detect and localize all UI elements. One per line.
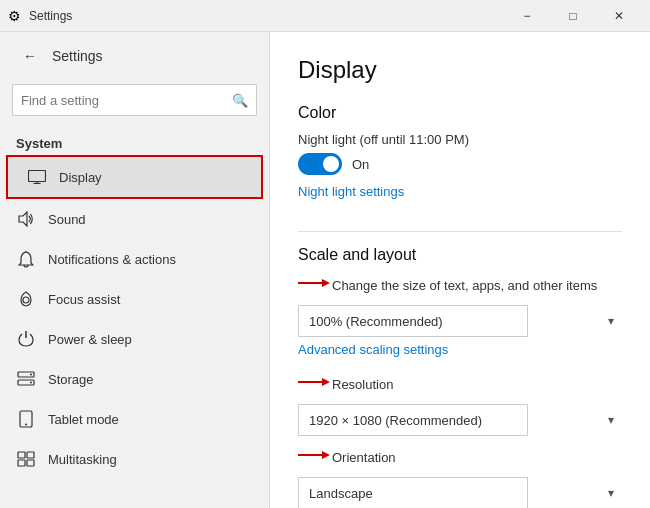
change-size-label: Change the size of text, apps, and other…	[332, 278, 597, 293]
display-item-wrapper: Display	[6, 155, 263, 199]
scale-section-heading: Scale and layout	[298, 246, 622, 264]
arrow2-col	[298, 374, 330, 393]
svg-marker-16	[322, 279, 330, 287]
night-light-settings-link[interactable]: Night light settings	[298, 184, 404, 199]
back-button[interactable]: ←	[16, 42, 44, 70]
sidebar-item-tablet[interactable]: Tablet mode	[0, 399, 269, 439]
power-icon	[16, 329, 36, 349]
search-input[interactable]	[21, 93, 226, 108]
night-light-toggle[interactable]	[298, 153, 342, 175]
svg-rect-11	[18, 452, 25, 458]
storage-icon	[16, 369, 36, 389]
sidebar-item-focus-label: Focus assist	[48, 292, 120, 307]
sidebar-item-power[interactable]: Power & sleep	[0, 319, 269, 359]
sidebar-item-sound-label: Sound	[48, 212, 86, 227]
svg-point-4	[23, 297, 29, 303]
orientation-dropdown[interactable]: Landscape Portrait Landscape (flipped) P…	[298, 477, 528, 508]
focus-icon	[16, 289, 36, 309]
arrow3-col	[298, 447, 330, 466]
scale-dropdown-wrapper: 100% (Recommended) 125% 150% 175% ▾	[298, 305, 622, 337]
app-body: ← Settings 🔍 System Display	[0, 32, 650, 508]
sidebar-item-display[interactable]: Display	[8, 157, 261, 197]
sound-icon	[16, 209, 36, 229]
sidebar-item-notifications[interactable]: Notifications & actions	[0, 239, 269, 279]
close-button[interactable]: ✕	[596, 0, 642, 32]
arrow1-col	[298, 275, 330, 294]
page-title: Display	[298, 56, 622, 84]
display-icon	[27, 167, 47, 187]
orientation-dropdown-arrow: ▾	[608, 486, 614, 500]
sidebar-item-power-label: Power & sleep	[48, 332, 132, 347]
sidebar-item-sound[interactable]: Sound	[0, 199, 269, 239]
sidebar-item-focus[interactable]: Focus assist	[0, 279, 269, 319]
svg-point-7	[30, 374, 32, 376]
toggle-label: On	[352, 157, 369, 172]
svg-point-8	[30, 382, 32, 384]
red-arrow-3	[298, 447, 330, 463]
night-light-label: Night light (off until 11:00 PM)	[298, 132, 622, 147]
notifications-icon	[16, 249, 36, 269]
toggle-knob	[323, 156, 339, 172]
scale-dropdown[interactable]: 100% (Recommended) 125% 150% 175%	[298, 305, 528, 337]
title-bar-title: Settings	[29, 9, 72, 23]
sidebar-app-title: Settings	[52, 48, 103, 64]
divider	[298, 231, 622, 232]
svg-rect-0	[29, 171, 46, 182]
sidebar: ← Settings 🔍 System Display	[0, 32, 270, 508]
svg-rect-12	[27, 452, 34, 458]
sidebar-item-tablet-label: Tablet mode	[48, 412, 119, 427]
sidebar-item-multitasking-label: Multitasking	[48, 452, 117, 467]
advanced-scaling-link[interactable]: Advanced scaling settings	[298, 342, 448, 357]
sidebar-item-display-label: Display	[59, 170, 102, 185]
title-bar: ⚙ Settings − □ ✕	[0, 0, 650, 32]
tablet-icon	[16, 409, 36, 429]
svg-rect-13	[18, 460, 25, 466]
change-size-row: Change the size of text, apps, and other…	[298, 274, 622, 299]
title-bar-controls: − □ ✕	[504, 0, 642, 32]
title-bar-left: ⚙ Settings	[8, 8, 72, 24]
orientation-dropdown-wrapper: Landscape Portrait Landscape (flipped) P…	[298, 477, 622, 508]
settings-icon: ⚙	[8, 8, 21, 24]
color-section-heading: Color	[298, 104, 622, 122]
back-icon: ←	[23, 48, 37, 64]
svg-marker-3	[19, 212, 27, 226]
minimize-button[interactable]: −	[504, 0, 550, 32]
svg-rect-14	[27, 460, 34, 466]
resolution-row: Resolution	[298, 373, 622, 398]
resolution-dropdown-wrapper: 1920 × 1080 (Recommended) 1280 × 720 102…	[298, 404, 622, 436]
sidebar-item-multitasking[interactable]: Multitasking	[0, 439, 269, 479]
red-arrow-1	[298, 275, 330, 291]
sidebar-item-storage-label: Storage	[48, 372, 94, 387]
sidebar-nav-top: ← Settings	[0, 32, 269, 80]
svg-marker-18	[322, 378, 330, 386]
night-light-row: Night light (off until 11:00 PM) On	[298, 132, 622, 179]
content-area: Display Color Night light (off until 11:…	[270, 32, 650, 508]
sidebar-item-storage[interactable]: Storage	[0, 359, 269, 399]
orientation-label: Orientation	[332, 450, 396, 465]
resolution-dropdown[interactable]: 1920 × 1080 (Recommended) 1280 × 720 102…	[298, 404, 528, 436]
resolution-dropdown-arrow: ▾	[608, 413, 614, 427]
toggle-row: On	[298, 153, 622, 175]
scale-dropdown-arrow: ▾	[608, 314, 614, 328]
search-box-container: 🔍	[0, 80, 269, 128]
red-arrow-2	[298, 374, 330, 390]
svg-marker-20	[322, 451, 330, 459]
multitasking-icon	[16, 449, 36, 469]
search-icon: 🔍	[232, 93, 248, 108]
sidebar-item-notifications-label: Notifications & actions	[48, 252, 176, 267]
search-box[interactable]: 🔍	[12, 84, 257, 116]
sidebar-section-label: System	[0, 128, 269, 155]
orientation-row: Orientation	[298, 446, 622, 471]
svg-point-10	[25, 424, 27, 426]
resolution-label: Resolution	[332, 377, 393, 392]
maximize-button[interactable]: □	[550, 0, 596, 32]
